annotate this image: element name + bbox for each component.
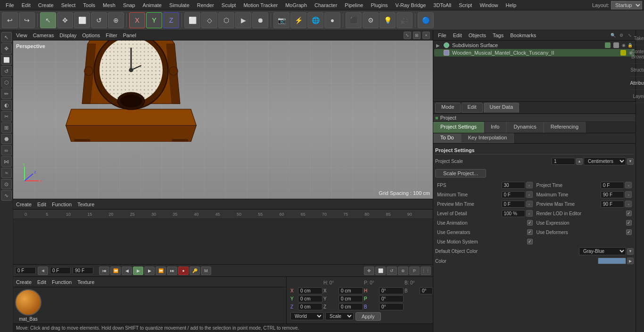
toolbar-snap-enable[interactable]: 🔵 <box>418 12 434 28</box>
toolbar-render-region[interactable]: 📷 <box>273 12 289 28</box>
menu-simulate[interactable]: Simulate <box>165 1 193 9</box>
tl-menu-create[interactable]: Create <box>16 202 32 207</box>
transport-play[interactable]: ▶ <box>133 267 143 275</box>
transport-prev-frame[interactable]: ◀ <box>122 267 132 275</box>
proj-projtime-spin[interactable]: ⬦ <box>625 182 632 188</box>
coord-x-rot[interactable] <box>379 287 404 294</box>
menu-plugins[interactable]: Plugins <box>367 1 391 9</box>
menu-sculpt[interactable]: Sculpt <box>218 1 240 9</box>
menu-help[interactable]: Help <box>502 1 520 9</box>
left-extrude-icon[interactable]: ⊞ <box>1 122 12 133</box>
left-paint-icon[interactable]: ✏ <box>1 89 12 99</box>
timeline-tracks[interactable] <box>13 219 433 264</box>
left-loop-icon[interactable]: ∞ <box>1 145 12 155</box>
menu-tools[interactable]: Tools <box>79 1 99 9</box>
left-magnet-icon[interactable]: ⊙ <box>1 179 12 189</box>
start-frame-field[interactable] <box>50 267 71 274</box>
tl-key-icon[interactable]: P <box>409 267 420 275</box>
left-knife-icon[interactable]: ✂ <box>1 111 12 121</box>
coord-y-pos[interactable] <box>298 295 322 302</box>
left-rotate-icon[interactable]: ↺ <box>1 66 12 76</box>
proj-mintime-spin[interactable]: ⬦ <box>526 191 533 198</box>
toolbar-y-axis[interactable]: Y <box>146 12 162 28</box>
menu-script[interactable]: Script <box>455 1 476 9</box>
proj-prevmintime-input[interactable] <box>502 201 525 208</box>
toolbar-sky[interactable]: ⚙ <box>363 12 379 28</box>
obj-menu-tags[interactable]: Tags <box>490 32 506 38</box>
proj-maxtime-input[interactable] <box>601 191 624 198</box>
transport-prev-key[interactable]: ⏪ <box>110 267 121 275</box>
tl-scale-icon[interactable]: ⬜ <box>375 267 386 275</box>
proj-prevmintime-spin[interactable]: ⬦ <box>526 201 533 207</box>
menu-motion-tracker[interactable]: Motion Tracker <box>239 1 281 9</box>
proj-color-swatch[interactable] <box>598 258 626 264</box>
tl-snap-icon[interactable]: ⊕ <box>398 267 408 275</box>
proj-use-anim-checkbox[interactable] <box>527 220 533 226</box>
left-select-icon[interactable]: ↖ <box>1 32 12 42</box>
toolbar-x-axis[interactable]: X <box>129 12 145 28</box>
proj-tab-settings[interactable]: Project Settings <box>433 122 484 133</box>
obj-settings-icon[interactable]: ⚙ <box>618 32 625 39</box>
vp-menu-display[interactable]: Display <box>59 32 76 38</box>
menu-vray[interactable]: V-Ray Bridge <box>392 1 430 9</box>
toolbar-scale-tool[interactable]: ⬜ <box>74 12 90 28</box>
obj-item-subdivision[interactable]: ▶ Subdivision Surface ◉ 🔒 <box>434 41 635 49</box>
proj-scale-spin-up[interactable]: ▲ <box>576 158 583 165</box>
transport-motion-clip[interactable]: M <box>201 267 211 275</box>
toolbar-render-all[interactable]: ● <box>324 12 340 28</box>
toolbar-light[interactable]: 💡 <box>380 12 396 28</box>
toolbar-object-mode[interactable]: ⬜ <box>184 12 200 28</box>
proj-use-expr-checkbox[interactable] <box>626 220 632 226</box>
coord-y-rot[interactable] <box>379 295 404 302</box>
3d-viewport[interactable]: X Y Z Perspective Grid Spacing : 100 cm <box>13 40 433 199</box>
world-selector[interactable]: World Object <box>290 312 323 320</box>
transport-start[interactable]: ⏮ <box>99 267 109 275</box>
proj-tab-info[interactable]: Info <box>484 122 506 133</box>
vp-ctrl-close[interactable]: × <box>422 32 430 39</box>
obj-menu-objects[interactable]: Objects <box>466 32 489 38</box>
coord-x-b[interactable] <box>420 287 433 294</box>
tl-menu-edit[interactable]: Edit <box>37 202 46 207</box>
mat-menu-function[interactable]: Function <box>52 279 72 285</box>
menu-character[interactable]: Character <box>311 1 341 9</box>
proj-tab-dynamics[interactable]: Dynamics <box>506 122 543 133</box>
left-smooth-icon[interactable]: ≈ <box>1 168 12 178</box>
current-frame-field[interactable] <box>15 267 36 274</box>
vp-menu-view[interactable]: View <box>16 32 27 38</box>
layout-dropdown[interactable]: Startup <box>611 1 642 9</box>
vp-menu-cameras[interactable]: Cameras <box>33 32 54 38</box>
proj-mintime-input[interactable] <box>502 191 525 198</box>
transport-record[interactable]: ● <box>178 267 189 275</box>
toolbar-uvw-mode[interactable]: ⏺ <box>252 12 268 28</box>
toolbar-move[interactable]: ✥ <box>57 12 73 28</box>
mat-menu-texture[interactable]: Texture <box>77 279 94 285</box>
transport-next-key[interactable]: ⏩ <box>156 267 166 275</box>
proj-scale-unit-select[interactable]: Centimeters <box>584 157 626 165</box>
menu-render[interactable]: Render <box>193 1 218 9</box>
coord-y-size[interactable] <box>339 295 363 302</box>
obj-menu-file[interactable]: File <box>435 32 449 38</box>
coord-z-pos[interactable] <box>298 303 322 310</box>
proj-unit-spin[interactable]: ▼ <box>627 158 634 165</box>
coord-z-size[interactable] <box>339 303 363 310</box>
left-spline-icon[interactable]: ∿ <box>1 190 12 201</box>
proj-use-gen-checkbox[interactable] <box>527 229 533 235</box>
transport-auto-key[interactable]: 🔑 <box>190 267 200 275</box>
obj-menu-bookmarks[interactable]: Bookmarks <box>507 32 539 38</box>
menu-edit[interactable]: Edit <box>18 1 34 9</box>
proj-fps-input[interactable] <box>502 182 525 189</box>
left-move-icon[interactable]: ✥ <box>1 43 12 54</box>
proj-use-motion-checkbox[interactable] <box>527 239 533 244</box>
right-tab-content[interactable]: Content Browser <box>630 45 644 64</box>
obj-item-clock[interactable]: Wooden_Musical_Mantel_Clock_Tuscany_II ◉ <box>434 49 635 57</box>
scale-selector[interactable]: Scale Size <box>325 312 354 320</box>
right-tab-takes[interactable]: Takes <box>633 32 644 45</box>
scale-project-button[interactable]: Scale Project... <box>435 169 486 178</box>
toolbar-render-picture[interactable]: 🌐 <box>307 12 323 28</box>
menu-mesh[interactable]: Mesh <box>99 1 119 9</box>
left-poly-icon[interactable]: ⬡ <box>1 77 12 88</box>
menu-animate[interactable]: Animate <box>139 1 165 9</box>
left-bevel-icon[interactable]: ⬣ <box>1 134 12 144</box>
vp-ctrl-layout[interactable]: ⊞ <box>413 32 421 39</box>
proj-subtab-keyinterp[interactable]: Key Interpolation <box>461 133 514 143</box>
